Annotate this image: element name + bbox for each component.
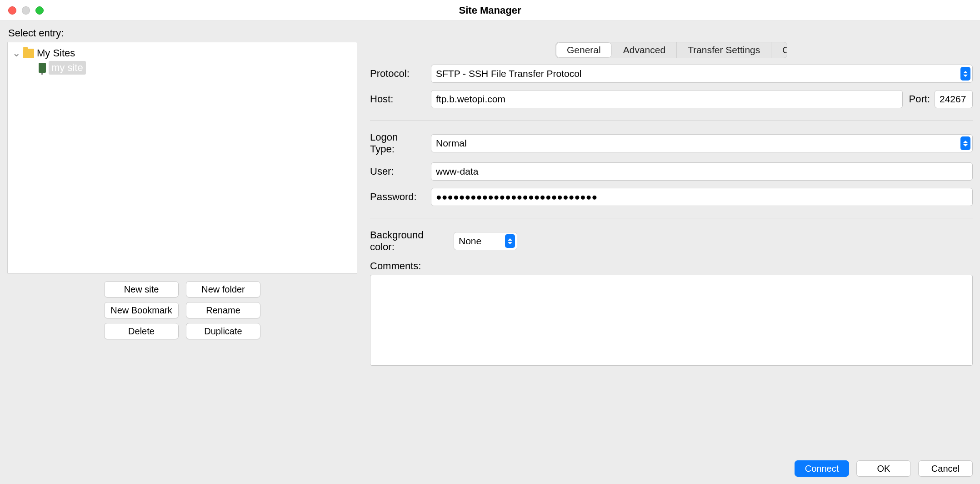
chevron-down-icon[interactable]: ⌄ xyxy=(12,47,20,59)
cancel-button[interactable]: Cancel xyxy=(918,460,973,477)
tab-charset[interactable]: Charset xyxy=(771,42,787,58)
updown-icon xyxy=(960,136,970,150)
tree-site-row[interactable]: my site xyxy=(39,60,352,75)
select-entry-label: Select entry: xyxy=(8,27,973,39)
site-tree[interactable]: ⌄ My Sites my site xyxy=(7,42,357,274)
comments-label: Comments: xyxy=(370,260,973,272)
folder-icon xyxy=(23,49,34,58)
port-input[interactable] xyxy=(940,94,968,105)
background-color-value: None xyxy=(459,236,481,247)
host-input[interactable] xyxy=(436,94,898,105)
ok-button[interactable]: OK xyxy=(856,460,911,477)
connect-button[interactable]: Connect xyxy=(795,460,849,477)
user-label: User: xyxy=(370,166,425,177)
logon-type-label: Logon Type: xyxy=(370,131,425,155)
background-color-select[interactable]: None xyxy=(454,232,517,250)
tree-root-label: My Sites xyxy=(37,47,75,59)
zoom-icon[interactable] xyxy=(35,6,44,15)
updown-icon xyxy=(960,67,970,81)
divider xyxy=(370,120,973,121)
site-buttons: New site New folder New Bookmark Rename … xyxy=(104,281,260,339)
tab-advanced[interactable]: Advanced xyxy=(612,42,676,58)
protocol-label: Protocol: xyxy=(370,68,425,80)
minimize-icon[interactable] xyxy=(22,6,30,15)
tab-general[interactable]: General xyxy=(556,42,612,58)
tree-site-label: my site xyxy=(49,61,86,75)
dialog-footer: Connect OK Cancel xyxy=(7,450,973,477)
updown-icon xyxy=(505,234,515,248)
new-bookmark-button[interactable]: New Bookmark xyxy=(104,302,179,318)
password-label: Password: xyxy=(370,191,425,203)
protocol-select[interactable]: SFTP - SSH File Transfer Protocol xyxy=(431,65,973,83)
window-controls xyxy=(8,6,44,15)
settings-tabs: General Advanced Transfer Settings Chars… xyxy=(555,42,787,58)
new-folder-button[interactable]: New folder xyxy=(186,281,260,297)
window-title: Site Manager xyxy=(459,5,521,16)
logon-type-select[interactable]: Normal xyxy=(431,134,973,152)
server-icon xyxy=(39,63,46,73)
tree-root-row[interactable]: ⌄ My Sites xyxy=(12,46,352,60)
logon-type-value: Normal xyxy=(436,138,467,149)
user-input[interactable] xyxy=(436,166,968,177)
background-color-label: Background color: xyxy=(370,229,447,253)
port-label: Port: xyxy=(909,93,930,105)
divider xyxy=(370,218,973,218)
password-input[interactable] xyxy=(436,192,968,202)
host-label: Host: xyxy=(370,93,425,105)
delete-button[interactable]: Delete xyxy=(104,323,179,339)
duplicate-button[interactable]: Duplicate xyxy=(186,323,260,339)
rename-button[interactable]: Rename xyxy=(186,302,260,318)
protocol-value: SFTP - SSH File Transfer Protocol xyxy=(436,68,582,79)
comments-textarea[interactable] xyxy=(370,275,973,366)
close-icon[interactable] xyxy=(8,6,16,15)
titlebar: Site Manager xyxy=(0,0,980,21)
tab-transfer-settings[interactable]: Transfer Settings xyxy=(676,42,771,58)
new-site-button[interactable]: New site xyxy=(104,281,179,297)
